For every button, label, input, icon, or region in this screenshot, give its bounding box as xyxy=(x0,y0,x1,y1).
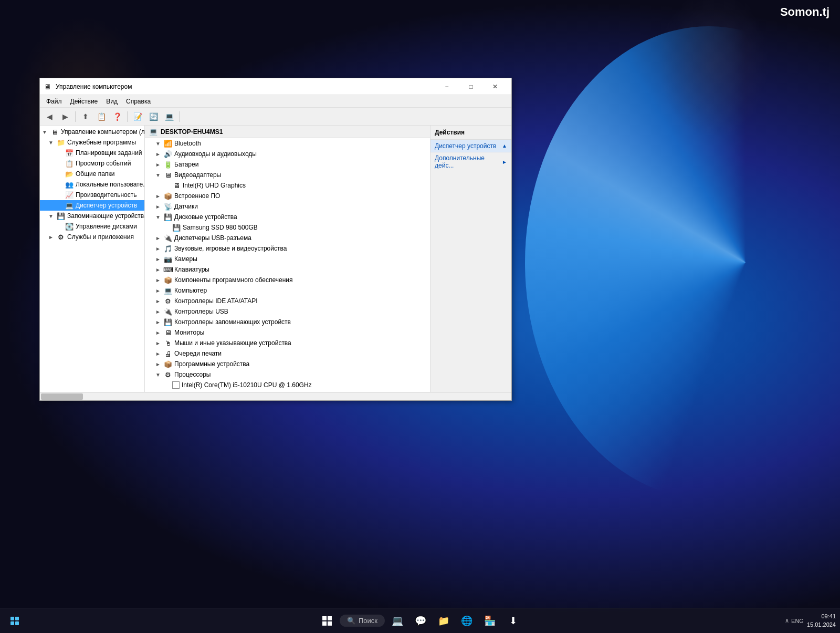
tree-shared-folders[interactable]: 📂 Общие папки xyxy=(40,169,144,179)
action-device-manager[interactable]: Диспетчер устройств ▲ xyxy=(430,140,511,152)
window-title: Управление компьютером xyxy=(56,83,435,90)
help-button[interactable]: ❓ xyxy=(110,110,124,123)
device-keyboards[interactable]: ► ⌨ Клавиатуры xyxy=(145,264,430,275)
device-battery[interactable]: ► 🔋 Батареи xyxy=(145,159,430,170)
expand-computer: ► xyxy=(155,288,164,294)
start-button[interactable] xyxy=(317,610,338,631)
action-more[interactable]: Дополнительные дейс... ► xyxy=(430,152,511,171)
device-video[interactable]: ▼ 🖥 Видеоадаптеры xyxy=(145,170,430,180)
tree-disk-management[interactable]: 💽 Управление дисками xyxy=(40,221,144,232)
sw-label: Компоненты программного обеспечения xyxy=(174,276,293,284)
tree-service-programs[interactable]: ▼ 📁 Служебные программы xyxy=(40,137,144,148)
ide-label: Контроллеры IDE ATA/ATAPI xyxy=(174,297,258,305)
usb-icon: 🔌 xyxy=(164,307,172,316)
device-bluetooth[interactable]: ▼ 📶 Bluetooth xyxy=(145,138,430,149)
tree-storage[interactable]: ▼ 💾 Запоминающие устройства xyxy=(40,211,144,221)
sound-label: Звуковые, игровые и видеоустройства xyxy=(174,245,287,252)
device-soft-devices[interactable]: ► 📦 Программные устройства xyxy=(145,359,430,369)
ide-icon: ⚙ xyxy=(164,297,172,305)
video-label: Видеоадаптеры xyxy=(174,171,221,179)
device-disk[interactable]: ▼ 💾 Дисковые устройства xyxy=(145,212,430,222)
back-button[interactable]: ◀ xyxy=(42,110,57,123)
horizontal-scrollbar[interactable] xyxy=(40,392,511,400)
device-usb-ctrl[interactable]: ► 🔌 Диспетчеры USB-разъема xyxy=(145,233,430,243)
taskbar-widgets-button[interactable] xyxy=(4,610,25,631)
device-firmware[interactable]: ► 📦 Встроенное ПО xyxy=(145,191,430,201)
device-sensors[interactable]: ► 📡 Датчики xyxy=(145,201,430,212)
taskbar-folder[interactable]: 📁 xyxy=(433,610,454,631)
tree-local-users[interactable]: 👥 Локальные пользовате... xyxy=(40,179,144,190)
up-button[interactable]: ⬆ xyxy=(78,110,93,123)
taskbar-task-view[interactable]: 💻 xyxy=(387,610,408,631)
new-window-button[interactable]: 💻 xyxy=(162,110,176,123)
tree-performance[interactable]: 📈 Производительность xyxy=(40,190,144,200)
taskbar-right: ∧ ENG 09:41 15.01.2024 xyxy=(785,613,836,629)
device-cameras[interactable]: ► 📷 Камеры xyxy=(145,254,430,264)
menu-bar: Файл Действие Вид Справка xyxy=(40,95,511,108)
menu-action[interactable]: Действие xyxy=(66,97,102,106)
expand-sensors: ► xyxy=(155,204,164,210)
expand-monitors: ► xyxy=(155,330,164,336)
menu-view[interactable]: Вид xyxy=(102,97,122,106)
sound-icon: 🎵 xyxy=(164,244,172,253)
tree-services-apps[interactable]: ► ⚙ Службы и приложения xyxy=(40,232,144,242)
computer-label: Компьютер xyxy=(174,287,207,294)
forward-button[interactable]: ▶ xyxy=(58,110,72,123)
device-cpu-0[interactable]: Intel(R) Core(TM) i5-10210U CPU @ 1.60GH… xyxy=(145,380,430,390)
device-samsung-ssd[interactable]: 💾 Samsung SSD 980 500GB xyxy=(145,222,430,233)
taskbar-chat[interactable]: 💬 xyxy=(410,610,431,631)
device-mice[interactable]: ► 🖱 Мыши и иные указывающие устройства xyxy=(145,338,430,348)
device-audio[interactable]: ► 🔊 Аудиовходы и аудиовыходы xyxy=(145,149,430,159)
device-computer[interactable]: ► 💻 Компьютер xyxy=(145,285,430,296)
device-usb[interactable]: ► 🔌 Контроллеры USB xyxy=(145,306,430,317)
minimize-button[interactable]: − xyxy=(435,78,459,95)
battery-icon: 🔋 xyxy=(164,160,172,169)
soft-label: Программные устройства xyxy=(174,360,249,368)
tree-root[interactable]: ▼ 🖥 Управление компьютером (лс... xyxy=(40,127,144,137)
keyboards-icon: ⌨ xyxy=(164,265,172,274)
expand-ide: ► xyxy=(155,298,164,304)
close-button[interactable]: ✕ xyxy=(483,78,507,95)
device-storage-ctrl[interactable]: ► 💾 Контроллеры запоминающих устройств xyxy=(145,317,430,327)
firmware-icon: 📦 xyxy=(164,192,172,200)
device-sw-components[interactable]: ► 📦 Компоненты программного обеспечения xyxy=(145,275,430,285)
device-ide[interactable]: ► ⚙ Контроллеры IDE ATA/ATAPI xyxy=(145,296,430,306)
taskbar-download[interactable]: ⬇ xyxy=(502,610,523,631)
device-monitors[interactable]: ► 🖥 Мониторы xyxy=(145,327,430,338)
svg-rect-2 xyxy=(10,621,14,625)
cpu0-label: Intel(R) Core(TM) i5-10210U CPU @ 1.60GH… xyxy=(182,381,312,389)
expand-usb-ctrl: ► xyxy=(155,235,164,241)
cameras-icon: 📷 xyxy=(164,255,172,263)
usb-label: Контроллеры USB xyxy=(174,308,228,315)
device-processors[interactable]: ▼ ⚙ Процессоры xyxy=(145,369,430,380)
device-sound-game[interactable]: ► 🎵 Звуковые, игровые и видеоустройства xyxy=(145,243,430,254)
lang-indicator[interactable]: ENG xyxy=(791,618,804,624)
tree-event-viewer[interactable]: 📋 Просмотр событий xyxy=(40,158,144,169)
maximize-button[interactable]: □ xyxy=(459,78,483,95)
taskbar-search-box[interactable]: 🔍 Поиск xyxy=(340,615,385,627)
scrollbar-thumb-h[interactable] xyxy=(41,393,83,400)
menu-file[interactable]: Файл xyxy=(42,97,66,106)
toolbar-separator-1 xyxy=(75,111,76,122)
properties-button[interactable]: 📝 xyxy=(130,110,145,123)
show-hide-console-tree[interactable]: 📋 xyxy=(94,110,109,123)
refresh-button[interactable]: 🔄 xyxy=(146,110,161,123)
keyboards-label: Клавиатуры xyxy=(174,266,209,273)
expand-storage-ctrl: ► xyxy=(155,319,164,325)
taskbar-store[interactable]: 🏪 xyxy=(479,610,500,631)
sensors-icon: 📡 xyxy=(164,202,172,211)
devmgr-icon: 💻 xyxy=(65,201,74,210)
root-label: Управление компьютером (лс... xyxy=(61,128,145,136)
tray-arrow[interactable]: ∧ xyxy=(785,617,789,624)
menu-help[interactable]: Справка xyxy=(122,97,155,106)
device-print-queues[interactable]: ► 🖨 Очереди печати xyxy=(145,348,430,359)
scheduler-icon: 📅 xyxy=(65,149,74,157)
video-icon: 🖥 xyxy=(164,171,172,179)
tree-device-manager[interactable]: 💻 Диспетчер устройств xyxy=(40,200,144,211)
action-collapse-icon: ▲ xyxy=(502,143,507,149)
taskbar-edge[interactable]: 🌐 xyxy=(456,610,477,631)
tree-scheduler[interactable]: 📅 Планировщик заданий xyxy=(40,148,144,158)
expand-sw: ► xyxy=(155,277,164,283)
device-intel-graphics[interactable]: 🖥 Intel(R) UHD Graphics xyxy=(145,180,430,191)
computer-icon: 💻 xyxy=(164,286,172,295)
